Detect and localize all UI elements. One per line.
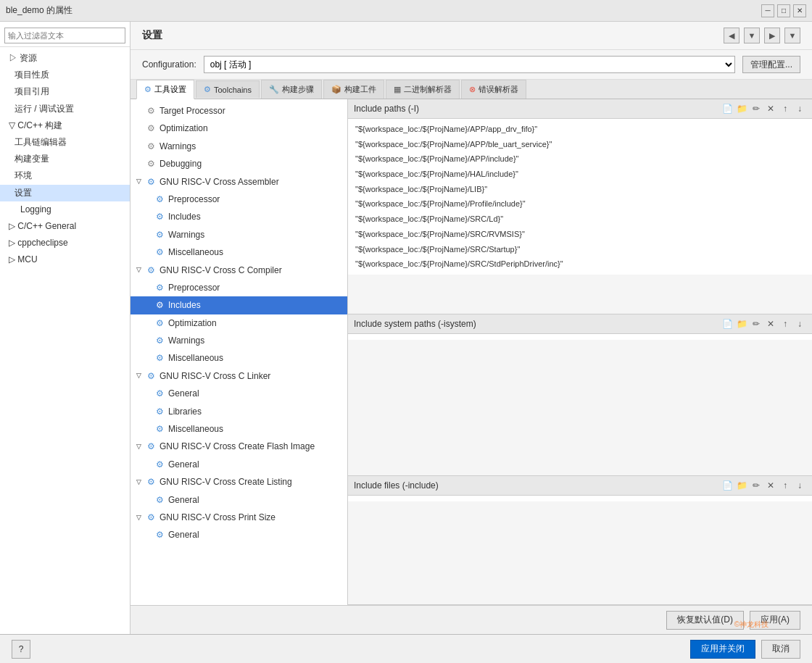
- sidebar-item-build-vars[interactable]: 构建变量: [0, 151, 130, 167]
- tree-c-optimization[interactable]: ⚙ Optimization: [130, 314, 347, 332]
- include-paths-content[interactable]: "${workspace_loc:/${ProjName}/APP/app_dr…: [348, 119, 812, 275]
- include-system-edit-btn[interactable]: ✏: [750, 317, 763, 330]
- include-files-down-btn[interactable]: ↓: [793, 479, 806, 492]
- tree-c-preprocessor[interactable]: ⚙ Preprocessor: [130, 279, 347, 296]
- tree-linker-misc[interactable]: ⚙ Miscellaneous: [130, 420, 347, 438]
- sidebar-item-cppcheck[interactable]: ▷ cppcheclipse: [0, 235, 130, 251]
- watermark: ©神龙科技: [734, 620, 768, 630]
- include-files-add-file-btn[interactable]: 📄: [721, 479, 734, 492]
- sidebar-item-project-props[interactable]: 项目性质: [0, 67, 130, 83]
- list-item[interactable]: "${workspace_loc:/${ProjName}/SRC/RVMSIS…: [352, 227, 808, 242]
- sidebar-filter[interactable]: [0, 25, 130, 47]
- list-item[interactable]: "${workspace_loc:/${ProjName}/SRC/Startu…: [352, 242, 808, 257]
- settings-pane: Include paths (-I) 📄 📁 ✏ ✕ ↑ ↓ "${worksp…: [348, 99, 812, 605]
- include-paths-add-folder-btn[interactable]: 📁: [735, 102, 748, 115]
- tree-linker-general[interactable]: ⚙ General: [130, 385, 347, 402]
- list-item[interactable]: "${workspace_loc:/${ProjName}/HAL/includ…: [352, 167, 808, 182]
- include-files-add-folder-btn[interactable]: 📁: [735, 479, 748, 492]
- tree-flash-general[interactable]: ⚙ General: [130, 456, 347, 473]
- tool-settings-icon: ⚙: [144, 85, 152, 94]
- close-button[interactable]: ✕: [793, 4, 806, 17]
- tree-target-processor[interactable]: ⚙ Target Processor: [130, 102, 347, 120]
- list-item[interactable]: "${workspace_loc:/${ProjName}/Profile/in…: [352, 196, 808, 212]
- tab-toolchains-label: Toolchains: [214, 86, 252, 94]
- tree-gnu-listing[interactable]: ▽ ⚙ GNU RISC-V Cross Create Listing: [130, 473, 347, 491]
- window-controls: ─ □ ✕: [761, 4, 806, 17]
- tree-asm-preprocessor[interactable]: ⚙ Preprocessor: [130, 191, 347, 208]
- include-system-add-folder-btn[interactable]: 📁: [735, 317, 748, 330]
- tree-gnu-assembler[interactable]: ▽ ⚙ GNU RISC-V Cross Assembler: [130, 173, 347, 191]
- include-files-delete-btn[interactable]: ✕: [764, 479, 777, 492]
- tree-gnu-c-compiler[interactable]: ▽ ⚙ GNU RISC-V Cross C Compiler: [130, 262, 347, 279]
- cancel-button[interactable]: 取消: [761, 640, 800, 659]
- list-item[interactable]: "${workspace_loc:/${ProjName}/LIB}": [352, 182, 808, 197]
- tree-linker-libraries[interactable]: ⚙ Libraries: [130, 403, 347, 420]
- config-label: Configuration:: [142, 59, 196, 70]
- tree-asm-includes[interactable]: ⚙ Includes: [130, 208, 347, 225]
- sidebar-item-cpp-build[interactable]: ▽ C/C++ 构建: [0, 117, 130, 134]
- nav-forward-button[interactable]: ▶: [764, 28, 780, 43]
- sidebar-item-cpp-general[interactable]: ▷ C/C++ General: [0, 218, 130, 235]
- include-files-edit-btn[interactable]: ✏: [750, 479, 763, 492]
- tab-error-parser[interactable]: ⊗ 错误解析器: [461, 80, 526, 99]
- config-select[interactable]: obj [ 活动 ]: [204, 56, 735, 73]
- list-item[interactable]: "${workspace_loc:/${ProjName}/APP/ble_ua…: [352, 137, 808, 152]
- include-system-delete-btn[interactable]: ✕: [764, 317, 777, 330]
- print-general-icon: ⚙: [154, 530, 165, 541]
- restore-default-button[interactable]: 恢复默认值(D): [666, 611, 744, 630]
- nav-forward-dropdown-button[interactable]: ▼: [784, 28, 800, 43]
- sidebar-item-settings[interactable]: 设置: [0, 185, 130, 201]
- sidebar-item-run-debug[interactable]: 运行 / 调试设置: [0, 101, 130, 117]
- nav-dropdown-button[interactable]: ▼: [744, 28, 760, 43]
- manage-config-button[interactable]: 管理配置...: [742, 56, 800, 73]
- tree-asm-misc[interactable]: ⚙ Miscellaneous: [130, 243, 347, 261]
- include-files-up-btn[interactable]: ↑: [779, 479, 792, 492]
- tab-tool-settings[interactable]: ⚙ 工具设置: [136, 80, 194, 99]
- split-pane: ⚙ Target Processor ⚙ Optimization ⚙ Warn…: [130, 99, 812, 605]
- apply-close-button[interactable]: 应用并关闭: [690, 640, 755, 659]
- include-paths-edit-btn[interactable]: ✏: [750, 102, 763, 115]
- list-item[interactable]: "${workspace_loc:/${ProjName}/SRC/StdPer…: [352, 257, 808, 272]
- tab-toolchains[interactable]: ⚙ Toolchains: [196, 80, 260, 98]
- tree-gnu-print[interactable]: ▽ ⚙ GNU RISC-V Cross Print Size: [130, 509, 347, 526]
- sidebar-item-resources[interactable]: ▷ 资源: [0, 50, 130, 67]
- tree-c-includes[interactable]: ⚙ Includes: [130, 296, 347, 314]
- filter-input[interactable]: [4, 28, 125, 43]
- list-item[interactable]: "${workspace_loc:/${ProjName}/APP/includ…: [352, 151, 808, 167]
- sidebar-item-mcu[interactable]: ▷ MCU: [0, 251, 130, 268]
- include-files-content: [348, 496, 812, 501]
- sidebar-item-tool-editor[interactable]: 工具链编辑器: [0, 134, 130, 151]
- list-item[interactable]: "${workspace_loc:/${ProjName}/APP/app_dr…: [352, 122, 808, 137]
- maximize-button[interactable]: □: [777, 4, 790, 17]
- sidebar-item-env[interactable]: 环境: [0, 167, 130, 184]
- include-paths-delete-btn[interactable]: ✕: [764, 102, 777, 115]
- tab-build-artifacts[interactable]: 📦 构建工件: [323, 80, 384, 99]
- include-paths-add-file-btn[interactable]: 📄: [721, 102, 734, 115]
- include-system-add-file-btn[interactable]: 📄: [721, 317, 734, 330]
- tab-binary-parser[interactable]: ▦ 二进制解析器: [386, 80, 460, 99]
- include-paths-up-btn[interactable]: ↑: [779, 102, 792, 115]
- include-system-down-btn[interactable]: ↓: [793, 317, 806, 330]
- tree-c-misc[interactable]: ⚙ Miscellaneous: [130, 349, 347, 367]
- include-system-up-btn[interactable]: ↑: [779, 317, 792, 330]
- tree-gnu-flash[interactable]: ▽ ⚙ GNU RISC-V Cross Create Flash Image: [130, 438, 347, 455]
- list-item[interactable]: "${workspace_loc:/${ProjName}/SRC/Ld}": [352, 212, 808, 227]
- sidebar-item-logging[interactable]: Logging: [0, 201, 130, 218]
- tree-asm-warnings[interactable]: ⚙ Warnings: [130, 226, 347, 243]
- tree-c-warnings[interactable]: ⚙ Warnings: [130, 332, 347, 349]
- tree-print-general[interactable]: ⚙ General: [130, 526, 347, 543]
- tree-warnings[interactable]: ⚙ Warnings: [130, 138, 347, 155]
- sidebar-item-project-ref[interactable]: 项目引用: [0, 83, 130, 100]
- tree-debugging[interactable]: ⚙ Debugging: [130, 155, 347, 172]
- minimize-button[interactable]: ─: [761, 4, 774, 17]
- target-processor-icon: ⚙: [145, 105, 157, 117]
- help-button[interactable]: ?: [12, 640, 30, 659]
- include-files-header: Include files (-include) 📄 📁 ✏ ✕ ↑ ↓: [348, 476, 812, 496]
- include-paths-down-btn[interactable]: ↓: [793, 102, 806, 115]
- tree-listing-general[interactable]: ⚙ General: [130, 491, 347, 509]
- tab-build-steps[interactable]: 🔧 构建步骤: [261, 80, 322, 99]
- tree-optimization[interactable]: ⚙ Optimization: [130, 120, 347, 137]
- nav-back-button[interactable]: ◀: [724, 28, 740, 43]
- tree-gnu-c-linker[interactable]: ▽ ⚙ GNU RISC-V Cross C Linker: [130, 367, 347, 385]
- linker-libraries-icon: ⚙: [154, 406, 165, 417]
